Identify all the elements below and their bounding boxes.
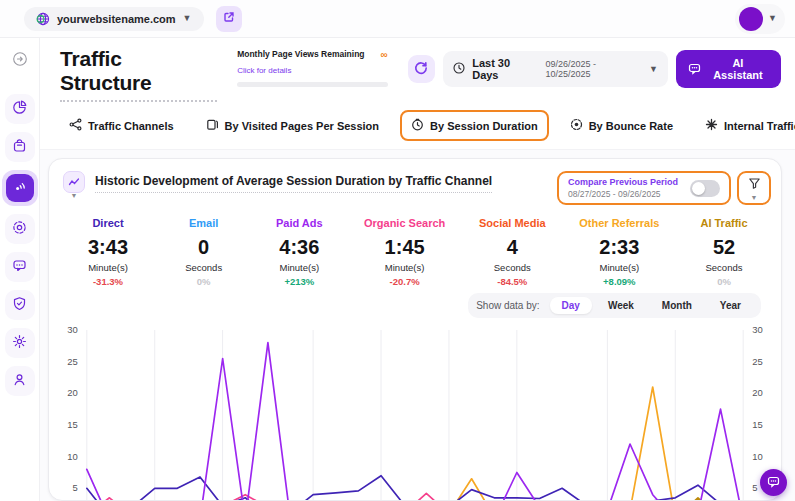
pie-chart-icon — [12, 100, 27, 119]
metric-value: 4 — [479, 236, 546, 259]
metric-value: 0 — [173, 236, 235, 259]
series-paid-ads — [87, 343, 743, 501]
sidebar — [0, 38, 40, 501]
channel-name: Email — [173, 217, 235, 229]
sidebar-item-pie-chart[interactable] — [5, 94, 35, 124]
metric-value: 4:36 — [268, 236, 330, 259]
metric-unit: Minute(s) — [579, 262, 659, 273]
svg-text:30: 30 — [752, 324, 763, 335]
metric-unit: Seconds — [173, 262, 235, 273]
pages-icon — [206, 118, 219, 133]
quota-progress-bar — [237, 82, 387, 87]
metric-unit: Minute(s) — [77, 262, 139, 273]
report-tabs: Traffic ChannelsBy Visited Pages Per Ses… — [40, 106, 795, 150]
show-by-day[interactable]: Day — [550, 297, 592, 314]
shield-icon — [12, 296, 27, 315]
range-label: Last 30 Days — [472, 57, 538, 81]
sidebar-item-collapse[interactable] — [5, 46, 35, 76]
metric-delta: -31.3% — [77, 276, 139, 287]
tab-by-session-duration[interactable]: By Session Duration — [400, 110, 549, 141]
ai-assistant-label: AI Assistant — [707, 57, 769, 81]
series-organic-search — [87, 493, 743, 501]
tab-label: Traffic Channels — [88, 120, 174, 132]
site-selector[interactable]: yourwebsitename.com ▼ — [24, 7, 204, 31]
refresh-icon — [414, 61, 428, 78]
show-by-week[interactable]: Week — [596, 297, 646, 314]
filter-button[interactable]: ▼ — [737, 171, 771, 205]
metric-unit: Minute(s) — [364, 262, 445, 273]
sidebar-item-bag[interactable] — [5, 132, 35, 162]
chat-bubble-icon — [767, 475, 780, 491]
tab-internal-traffic[interactable]: Internal Traffic — [694, 110, 795, 141]
chat-icon — [12, 258, 27, 277]
metric-value: 52 — [693, 236, 755, 259]
radar-icon — [12, 179, 27, 198]
metric-value: 2:33 — [579, 236, 659, 259]
chat-bubble-icon — [688, 62, 701, 77]
metric-ai-traffic[interactable]: AI Traffic52Seconds0% — [693, 217, 755, 287]
bounce-icon — [570, 118, 583, 133]
channel-name: Paid Ads — [268, 217, 330, 229]
metric-delta: 0% — [173, 276, 235, 287]
quota-details-link[interactable]: Click for details — [237, 66, 291, 75]
svg-text:10: 10 — [752, 451, 763, 462]
refresh-button[interactable] — [408, 55, 436, 83]
collapse-icon — [12, 51, 28, 71]
open-site-button[interactable] — [216, 6, 242, 32]
tab-by-bounce-rate[interactable]: By Bounce Rate — [559, 110, 684, 141]
metric-value: 1:45 — [364, 236, 445, 259]
channel-name: AI Traffic — [693, 217, 755, 229]
series-direct — [87, 476, 743, 501]
svg-text:20: 20 — [67, 387, 78, 398]
metric-direct[interactable]: Direct3:43Minute(s)-31.3% — [77, 217, 139, 287]
compare-toggle[interactable] — [690, 180, 720, 197]
metric-delta: +213% — [268, 276, 330, 287]
chart-type-selector[interactable]: ▼ — [63, 171, 85, 199]
metric-paid-ads[interactable]: Paid Ads4:36Minute(s)+213% — [268, 217, 330, 287]
avatar — [739, 7, 763, 31]
tab-label: By Session Duration — [430, 120, 538, 132]
metric-other-referrals[interactable]: Other Referrals2:33Minute(s)+8.09% — [579, 217, 659, 287]
card-title: Historic Development of Average Session … — [95, 174, 492, 193]
date-range-picker[interactable]: Last 30 Days 09/26/2025 - 10/25/2025 ▼ — [443, 51, 668, 87]
user-menu[interactable]: ▼ — [735, 4, 785, 34]
page-title: Traffic Structure — [60, 47, 217, 102]
svg-text:10: 10 — [67, 451, 78, 462]
external-link-icon — [223, 11, 235, 26]
metric-social-media[interactable]: Social Media4Seconds-84.5% — [479, 217, 546, 287]
metric-organic-search[interactable]: Organic Search1:45Minute(s)-20.7% — [364, 217, 445, 287]
svg-text:5: 5 — [73, 482, 78, 493]
sidebar-item-shield[interactable] — [5, 290, 35, 320]
session-duration-card: ▼ Historic Development of Average Sessio… — [48, 158, 782, 501]
show-by-year[interactable]: Year — [708, 297, 753, 314]
show-by-month[interactable]: Month — [650, 297, 704, 314]
sidebar-item-radar[interactable] — [2, 170, 38, 206]
chevron-down-icon: ▼ — [768, 14, 777, 23]
network-icon — [69, 118, 82, 133]
support-chat-button[interactable] — [760, 469, 787, 496]
tab-traffic-channels[interactable]: Traffic Channels — [58, 110, 185, 141]
session-duration-chart[interactable]: 09/26/202509/29/202510/02/202510/06/2025… — [51, 320, 779, 501]
infinity-icon: ∞ — [380, 49, 387, 60]
sidebar-item-gear[interactable] — [5, 328, 35, 358]
sidebar-item-chat[interactable] — [5, 252, 35, 282]
quota-label: Monthly Page Views Remaining — [237, 49, 364, 59]
target-icon — [12, 220, 27, 239]
chevron-down-icon: ▼ — [649, 65, 658, 74]
asterisk-icon — [705, 118, 718, 133]
metric-delta: 0% — [693, 276, 755, 287]
metric-delta: +8.09% — [579, 276, 659, 287]
tab-by-visited-pages-per-session[interactable]: By Visited Pages Per Session — [195, 110, 390, 141]
svg-text:20: 20 — [752, 387, 763, 398]
topbar: yourwebsitename.com ▼ ▼ — [0, 0, 795, 38]
ai-assistant-button[interactable]: AI Assistant — [676, 50, 781, 88]
channel-name: Other Referrals — [579, 217, 659, 229]
sidebar-item-target[interactable] — [5, 214, 35, 244]
metric-unit: Seconds — [693, 262, 755, 273]
sidebar-item-user-pin[interactable] — [5, 366, 35, 396]
svg-text:25: 25 — [67, 356, 78, 367]
metric-unit: Seconds — [479, 262, 546, 273]
clock-icon — [453, 60, 465, 78]
channel-metrics: Direct3:43Minute(s)-31.3%Email0Seconds0%… — [49, 207, 781, 291]
metric-email[interactable]: Email0Seconds0% — [173, 217, 235, 287]
